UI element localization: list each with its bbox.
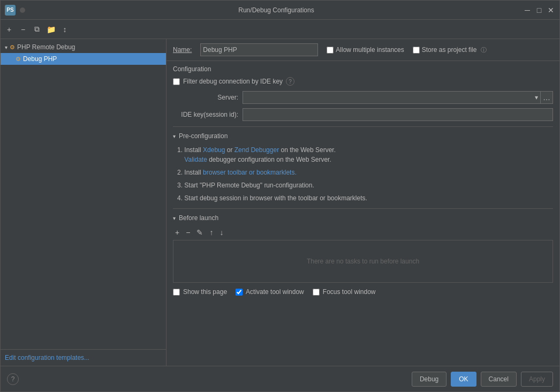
store-project-info-icon[interactable]: ⓘ <box>481 47 487 53</box>
browser-toolbar-link[interactable]: browser toolbar or bookmarklets. <box>203 169 297 176</box>
php-debug-item-icon: ⚙ <box>16 56 21 63</box>
ide-key-input[interactable] <box>243 108 553 121</box>
before-launch-arrow: ▾ <box>173 215 176 221</box>
minimize-button[interactable]: ─ <box>523 6 532 14</box>
filter-row: Filter debug connection by IDE key ? <box>173 77 553 86</box>
filter-debug-label: Filter debug connection by IDE key <box>183 78 283 85</box>
main-content: ▾ ⚙ PHP Remote Debug ⚙ Debug PHP Edit co… <box>1 39 559 366</box>
configuration-section: Configuration Filter debug connection by… <box>173 65 553 121</box>
remove-config-button[interactable]: − <box>17 23 29 36</box>
focus-tool-group: Focus tool window <box>313 288 376 296</box>
preconfig-step-1: 1. Install Xdebug or Zend Debugger on th… <box>177 145 553 164</box>
close-button[interactable]: ✕ <box>547 6 555 14</box>
show-page-checkbox[interactable] <box>173 289 180 296</box>
edit-templates-link[interactable]: Edit configuration templates... <box>5 354 89 361</box>
add-config-button[interactable]: + <box>3 23 16 36</box>
server-browse-button[interactable]: … <box>540 91 553 104</box>
php-debug-group-icon: ⚙ <box>10 44 15 51</box>
config-panel: Name: Allow multiple instances Store as … <box>167 39 559 366</box>
window-controls: ─ □ ✕ <box>523 6 555 14</box>
debug-button[interactable]: Debug <box>412 372 447 387</box>
before-launch-down-button[interactable]: ↓ <box>217 227 225 238</box>
app-icon: PS <box>5 5 16 16</box>
server-select[interactable] <box>243 91 540 104</box>
preconfig-step-4: 4. Start debug session in browser with t… <box>177 193 553 203</box>
pre-config-title: Pre-configuration <box>179 132 228 140</box>
server-label: Server: <box>173 94 243 101</box>
pre-config-header[interactable]: ▾ Pre-configuration <box>173 132 553 140</box>
window-title: Run/Debug Configurations <box>29 6 523 14</box>
configuration-title: Configuration <box>173 65 553 73</box>
before-launch-up-button[interactable]: ↑ <box>207 227 215 238</box>
toolbar: + − ⧉ 📁 ↕ <box>1 20 559 39</box>
tree-item-label: Debug PHP <box>23 55 57 63</box>
validate-link[interactable]: Validate <box>184 156 207 163</box>
before-launch-section: ▾ Before launch + − ✎ ↑ ↓ There are no t… <box>173 214 553 283</box>
before-launch-empty-text: There are no tasks to run before launch <box>307 258 419 265</box>
tree-item-debug-php[interactable]: ⚙ Debug PHP <box>1 53 166 65</box>
sidebar-footer: Edit configuration templates... <box>1 349 166 366</box>
pre-config-content: 1. Install Xdebug or Zend Debugger on th… <box>173 145 553 203</box>
config-header: Name: Allow multiple instances Store as … <box>167 39 559 61</box>
preconfig-step-2: 2. Install browser toolbar or bookmarkle… <box>177 168 553 177</box>
store-as-project-checkbox[interactable] <box>413 47 420 54</box>
before-launch-title: Before launch <box>179 214 218 222</box>
before-launch-toolbar: + − ✎ ↑ ↓ <box>173 227 553 238</box>
divider-2 <box>173 208 553 209</box>
server-row: Server: … <box>173 91 553 104</box>
before-launch-remove-button[interactable]: − <box>184 227 192 238</box>
name-input[interactable] <box>200 43 318 56</box>
title-bar: PS Run/Debug Configurations ─ □ ✕ <box>1 1 559 20</box>
tree-group-label: PHP Remote Debug <box>17 43 75 51</box>
cancel-button[interactable]: Cancel <box>481 372 517 387</box>
footer-right: Debug OK Cancel Apply <box>412 372 553 387</box>
activate-tool-label: Activate tool window <box>246 288 304 296</box>
pre-config-arrow: ▾ <box>173 133 176 139</box>
config-body: Configuration Filter debug connection by… <box>167 61 559 366</box>
allow-multiple-group: Allow multiple instances <box>327 46 404 54</box>
pre-configuration-section: ▾ Pre-configuration 1. Install Xdebug or… <box>173 132 553 203</box>
copy-config-button[interactable]: ⧉ <box>31 23 43 36</box>
dialog-footer: ? Debug OK Cancel Apply <box>1 366 559 391</box>
show-page-label: Show this page <box>183 288 227 296</box>
filter-help-icon[interactable]: ? <box>286 77 294 86</box>
allow-multiple-checkbox[interactable] <box>327 47 334 54</box>
ok-button[interactable]: OK <box>451 372 476 387</box>
sort-config-button[interactable]: ↕ <box>58 23 71 36</box>
tree-group-php-remote-debug[interactable]: ▾ ⚙ PHP Remote Debug <box>1 41 166 53</box>
before-launch-header[interactable]: ▾ Before launch <box>173 214 553 222</box>
focus-tool-label: Focus tool window <box>323 288 376 296</box>
footer-left: ? <box>7 373 19 385</box>
help-button[interactable]: ? <box>7 373 19 385</box>
config-tree: ▾ ⚙ PHP Remote Debug ⚙ Debug PHP <box>1 39 166 197</box>
before-launch-empty-area: There are no tasks to run before launch <box>173 240 553 283</box>
bottom-checkboxes: Show this page Activate tool window Focu… <box>173 288 553 296</box>
ide-key-label: IDE key(session id): <box>173 111 243 118</box>
activate-tool-group: Activate tool window <box>236 288 304 296</box>
apply-button[interactable]: Apply <box>521 372 553 387</box>
activate-tool-checkbox[interactable] <box>236 289 243 296</box>
preconfig-step-3: 3. Start "PHP Remote Debug" run-configur… <box>177 180 553 190</box>
ide-key-row: IDE key(session id): <box>173 108 553 121</box>
zend-debugger-link[interactable]: Zend Debugger <box>234 146 279 154</box>
store-as-project-group: Store as project file ⓘ <box>413 46 487 54</box>
before-launch-add-button[interactable]: + <box>173 227 181 238</box>
move-to-group-button[interactable]: 📁 <box>44 23 57 36</box>
before-launch-edit-button[interactable]: ✎ <box>194 227 205 238</box>
filter-debug-checkbox[interactable] <box>173 78 180 85</box>
tree-group-arrow: ▾ <box>5 44 7 50</box>
focus-tool-checkbox[interactable] <box>313 289 320 296</box>
store-as-project-label: Store as project file ⓘ <box>422 46 487 54</box>
server-field-container: … <box>243 91 553 104</box>
maximize-button[interactable]: □ <box>535 6 543 14</box>
modified-indicator <box>20 7 25 13</box>
divider-1 <box>173 126 553 127</box>
show-page-group: Show this page <box>173 288 227 296</box>
xdebug-link[interactable]: Xdebug <box>203 146 225 154</box>
run-debug-configurations-window: PS Run/Debug Configurations ─ □ ✕ + − ⧉ … <box>0 0 560 392</box>
sidebar: ▾ ⚙ PHP Remote Debug ⚙ Debug PHP Edit co… <box>1 39 167 366</box>
name-label: Name: <box>173 46 192 54</box>
allow-multiple-label: Allow multiple instances <box>336 46 404 54</box>
